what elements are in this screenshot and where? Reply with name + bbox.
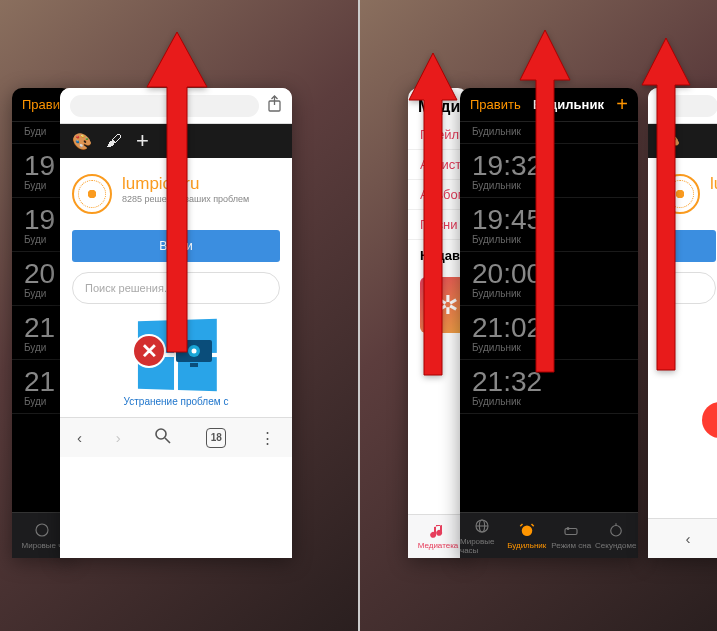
clock-tab-alarm[interactable]: Будильник <box>505 513 550 558</box>
webpage: lumpics.ru 8285 решений ваших проблем Во… <box>60 158 292 417</box>
clock-header: Будильник <box>533 97 604 112</box>
app-card-music-partial[interactable]: Медиа Плейлис Артисты Альбомы Песни Неда… <box>408 88 468 558</box>
clock-tab-sleep[interactable]: Режим сна <box>549 513 594 558</box>
article-link[interactable]: Устранение проблем с <box>70 396 282 407</box>
svg-line-24 <box>531 524 533 526</box>
tab-count[interactable]: 18 <box>206 428 226 448</box>
share-icon[interactable] <box>267 95 282 116</box>
error-badge-icon: ✕ <box>132 334 166 368</box>
music-tab-library[interactable]: Медиатека <box>408 515 468 558</box>
palette-icon[interactable]: 🎨 <box>72 132 92 151</box>
music-header: Медиа <box>408 88 468 120</box>
alarm-row[interactable]: 20:00Будильник <box>460 252 638 306</box>
site-name: lumpics.ru <box>122 174 249 194</box>
app-card-chrome[interactable]: Chrome 🎨 🖌 + lumpics.ru 8285 решений ваш… <box>60 88 292 558</box>
svg-point-22 <box>522 526 533 537</box>
article-thumb[interactable]: ✕ <box>70 310 282 390</box>
login-button[interactable]: Войти <box>72 230 280 262</box>
svg-point-4 <box>36 524 48 536</box>
alarm-row[interactable]: 21:32Будильник <box>460 360 638 414</box>
login-button[interactable] <box>660 230 716 262</box>
app-card-chrome-partial[interactable]: 🎨 lu ‹ <box>648 88 717 558</box>
svg-rect-25 <box>565 529 577 535</box>
svg-point-13 <box>156 429 166 439</box>
alarm-row[interactable]: 21:02Будильник <box>460 306 638 360</box>
site-logo <box>660 174 700 214</box>
plus-icon[interactable]: + <box>136 128 149 154</box>
svg-point-27 <box>611 526 622 537</box>
site-logo <box>72 174 112 214</box>
music-item[interactable]: Плейлис <box>408 120 468 150</box>
music-recent: Недавн <box>408 240 468 271</box>
chrome-bottombar: ‹ › 18 ⋮ <box>60 417 292 457</box>
music-item[interactable]: Альбомы <box>408 180 468 210</box>
brush-icon[interactable]: 🖌 <box>106 132 122 150</box>
svg-point-26 <box>567 527 570 530</box>
svg-rect-12 <box>190 363 198 367</box>
drawing-toolbar: 🎨 🖌 + <box>60 124 292 158</box>
site-tagline: 8285 решений ваших проблем <box>122 194 249 204</box>
alarm-row[interactable]: Будильник <box>460 122 638 144</box>
clock-tab-world[interactable]: Мировые часы <box>460 513 505 558</box>
screenshot-left: Прави Буди 19Буди 19Буди 20Буди 21Буди 2… <box>0 0 360 631</box>
monitor-icon <box>174 338 214 368</box>
alarm-row[interactable]: 19:45Будильник <box>460 198 638 252</box>
search-input[interactable] <box>660 272 716 304</box>
clock-edit[interactable]: Править <box>470 97 521 112</box>
svg-line-14 <box>165 438 170 443</box>
chrome-addressbar[interactable] <box>60 88 292 124</box>
menu-icon[interactable]: ⋮ <box>260 429 275 447</box>
add-alarm[interactable]: + <box>616 93 628 116</box>
clock-edit[interactable]: Прави <box>22 97 60 112</box>
search-icon[interactable] <box>154 427 172 448</box>
back-icon[interactable]: ‹ <box>686 530 691 547</box>
url-field[interactable] <box>70 95 259 117</box>
palette-icon[interactable]: 🎨 <box>660 132 680 151</box>
back-icon[interactable]: ‹ <box>77 429 82 446</box>
alarm-row[interactable]: 19:32Будильник <box>460 144 638 198</box>
svg-point-11 <box>192 349 197 354</box>
svg-line-23 <box>520 524 522 526</box>
music-item[interactable]: Песни <box>408 210 468 240</box>
search-input[interactable]: Поиск решения... <box>72 272 280 304</box>
record-button[interactable] <box>702 402 717 438</box>
clock-tab-stopwatch[interactable]: Секундоме <box>594 513 639 558</box>
forward-icon[interactable]: › <box>116 429 121 446</box>
screenshot-right: Медиа Плейлис Артисты Альбомы Песни Неда… <box>360 0 717 631</box>
app-card-clock[interactable]: Часы Править Будильник + Будильник 19:32… <box>460 88 638 558</box>
music-item[interactable]: Артисты <box>408 150 468 180</box>
